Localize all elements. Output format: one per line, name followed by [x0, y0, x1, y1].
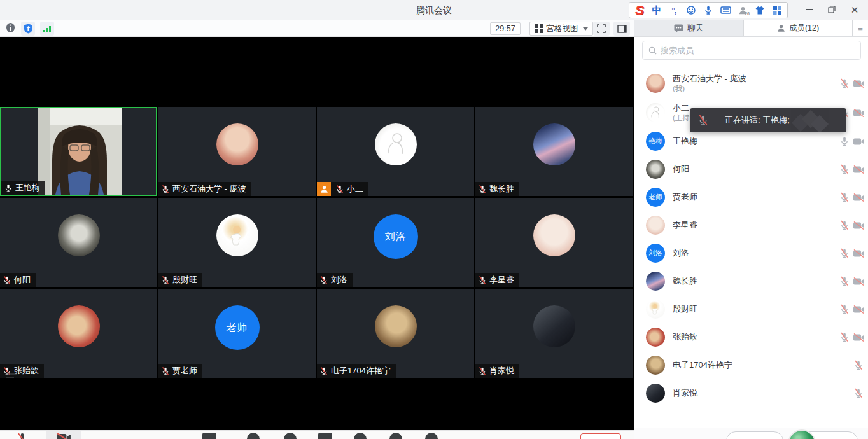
ime-punctuation-icon[interactable]: °, [668, 4, 680, 16]
ime-voice-icon[interactable] [703, 4, 714, 16]
member-row[interactable]: 张贻歆 [634, 323, 868, 351]
camera-off-icon [853, 193, 865, 202]
member-name: 何阳 [673, 164, 689, 174]
view-mode-button[interactable]: 宫格视图 [529, 22, 593, 36]
member-name: 王艳梅 [673, 136, 697, 146]
search-icon [648, 46, 657, 55]
emoji-icon[interactable] [425, 433, 438, 439]
bottom-toolbar [0, 430, 634, 439]
search-input[interactable] [661, 46, 855, 55]
security-shield-icon[interactable] [21, 22, 35, 36]
member-row[interactable]: 李星睿 [634, 211, 868, 239]
mic-on-icon [4, 183, 13, 193]
member-row[interactable]: 老师 贾老师 [634, 183, 868, 211]
avatar: 艳梅 [646, 132, 665, 151]
sidebar-tabs: 聊天 成员(12) ≡ [634, 20, 868, 37]
avatar [646, 103, 665, 122]
mute-all-button[interactable] [726, 431, 783, 439]
leave-meeting-button[interactable] [580, 433, 621, 439]
ime-skin-icon[interactable] [754, 4, 766, 16]
video-tile[interactable]: 何阳 [0, 198, 157, 287]
mic-muted-icon [161, 275, 170, 285]
video-tile[interactable]: 魏长胜 [475, 107, 633, 196]
camera-off-icon [853, 109, 865, 117]
camera-off-icon [853, 333, 865, 342]
ime-emoji-icon[interactable] [685, 4, 697, 16]
speaking-tooltip: 正在讲话: 王艳梅; [690, 108, 846, 132]
camera-button[interactable] [46, 431, 81, 439]
video-tile[interactable]: 李星睿 [475, 198, 633, 287]
participant-name-label: 刘洛 [317, 273, 353, 287]
video-tile[interactable]: 殷财旺 [158, 198, 316, 287]
participant-name-label: 肖家悦 [475, 364, 519, 378]
camera-off-icon [853, 277, 865, 286]
meeting-info-icon[interactable] [5, 22, 16, 36]
members-panel-footer [634, 428, 868, 439]
ime-language-icon[interactable]: 中 [651, 4, 662, 16]
sogou-logo-icon[interactable]: S [634, 4, 645, 16]
member-row[interactable]: 魏长胜 [634, 267, 868, 295]
mic-muted-icon [319, 366, 328, 376]
mic-muted-icon [839, 332, 850, 342]
members-icon[interactable] [284, 433, 297, 439]
ime-toolbar[interactable]: S 中 °, 26 [629, 2, 788, 18]
fullscreen-button[interactable] [593, 22, 610, 36]
tab-chat[interactable]: 聊天 [634, 20, 743, 36]
ime-keyboard-icon[interactable] [720, 4, 731, 16]
ime-toolbox-icon[interactable] [771, 4, 783, 16]
member-search[interactable] [642, 41, 861, 60]
members-icon [777, 24, 785, 32]
network-signal-icon[interactable] [40, 22, 54, 36]
mic-muted-icon [839, 304, 850, 314]
mic-muted-icon [478, 185, 487, 194]
live-icon[interactable] [389, 433, 402, 439]
close-button[interactable]: ✕ [844, 0, 865, 19]
member-row[interactable]: 电子1704许艳宁 [634, 351, 868, 379]
invite-icon[interactable] [247, 433, 260, 439]
video-tile[interactable]: 老师 贾老师 [158, 289, 316, 378]
tabs-menu-button[interactable]: ≡ [853, 20, 868, 36]
minimize-button[interactable] [798, 0, 820, 19]
mic-muted-icon [839, 78, 850, 88]
video-tile[interactable]: 小二 [317, 107, 474, 196]
camera-off-icon [853, 80, 865, 88]
mic-muted-icon [839, 192, 850, 202]
avatar: 刘洛 [646, 244, 665, 263]
share-screen-icon[interactable] [202, 433, 216, 439]
member-name: 电子1704许艳宁 [673, 360, 732, 370]
member-row[interactable]: 肖家悦 [634, 379, 868, 407]
settings-icon[interactable] [354, 433, 367, 439]
ime-account-icon[interactable]: 26 [737, 4, 748, 16]
member-name: 殷财旺 [673, 304, 697, 314]
video-tile[interactable]: 张贻歆 [0, 289, 157, 378]
speaking-text: 正在讲话: 王艳梅; [725, 115, 790, 126]
member-row[interactable]: 何阳 [634, 155, 868, 183]
camera-off-icon [853, 165, 865, 174]
video-tile[interactable]: 刘洛 刘洛 [317, 198, 474, 287]
member-row[interactable]: 刘洛 刘洛 [634, 239, 868, 267]
video-tile[interactable]: 西安石油大学 - 庞波 [158, 107, 316, 196]
side-panel-toggle-button[interactable] [613, 22, 630, 36]
avatar: 老师 [215, 305, 260, 350]
restore-button[interactable] [821, 0, 843, 19]
member-row[interactable]: 殷财旺 [634, 295, 868, 323]
video-tile[interactable]: 王艳梅 [0, 107, 157, 196]
tab-members[interactable]: 成员(12) [743, 20, 853, 36]
video-tile[interactable]: 肖家悦 [475, 289, 633, 378]
avatar [646, 384, 665, 403]
mic-muted-icon [839, 164, 850, 174]
avatar [216, 123, 258, 165]
mic-muted-icon [3, 275, 11, 285]
member-row[interactable]: 西安石油大学 - 庞波 (我) [634, 69, 868, 98]
member-name: 西安石油大学 - 庞波 [673, 74, 746, 84]
record-icon[interactable] [318, 433, 332, 439]
mic-muted-icon[interactable] [17, 432, 28, 439]
video-tile[interactable]: 电子1704许艳宁 [317, 289, 474, 378]
camera-on-icon [853, 137, 865, 146]
mic-on-icon [839, 136, 850, 146]
participant-name-label: 李星睿 [475, 273, 519, 287]
avatar [58, 305, 100, 347]
title-bar: 腾讯会议 S 中 °, 26 ✕ [0, 0, 868, 20]
host-person-icon [320, 185, 328, 193]
mic-muted-icon [697, 115, 709, 126]
